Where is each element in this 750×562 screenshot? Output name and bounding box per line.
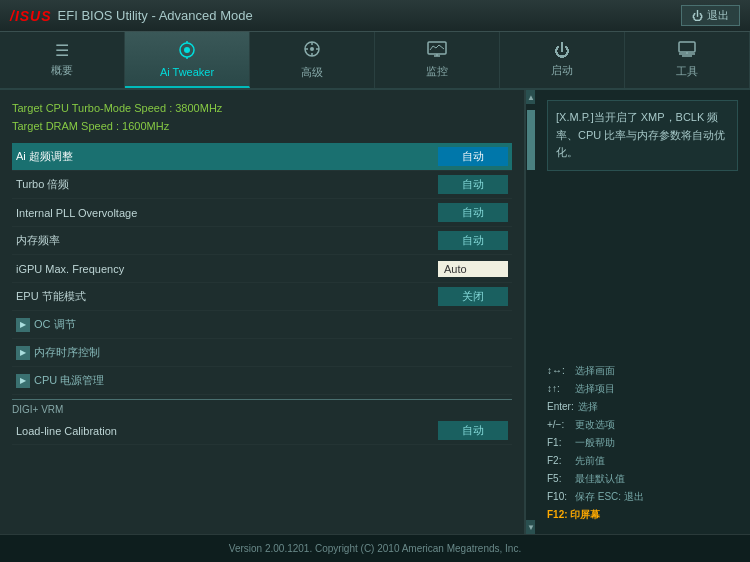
setting-row-turbo[interactable]: Turbo 倍频 自动 [12,171,512,199]
tab-ai-tweaker[interactable]: Ai Tweaker [125,32,250,88]
tab-boot[interactable]: ⏻ 启动 [500,32,625,88]
mem-freq-value-btn[interactable]: 自动 [438,231,508,250]
tab-tools[interactable]: 工具 [625,32,750,88]
header-title: EFI BIOS Utility - Advanced Mode [58,8,253,23]
ai-tweaker-icon [177,41,197,62]
nav-tabs: ☰ 概要 Ai Tweaker 高级 [0,32,750,90]
ai-value-btn[interactable]: 自动 [438,147,508,166]
tab-monitor[interactable]: 监控 [375,32,500,88]
hotkey-enter: Enter: 选择 [547,398,738,416]
hotkey-f5: F5: 最佳默认值 [547,470,738,488]
digivrm-section: DIGI+ VRM Load-line Calibration 自动 [12,399,512,445]
exit-icon: ⏻ [692,10,703,22]
right-panel: [X.M.P.]当开启了 XMP，BCLK 频率、CPU 比率与内存参数将自动优… [535,90,750,534]
svg-point-1 [184,47,190,53]
hotkey-f2: F2: 先前值 [547,452,738,470]
hotkey-arrows-item: ↕↑: 选择项目 [547,380,738,398]
hotkey-f10: F10: 保存 ESC: 退出 [547,488,738,506]
epu-value-btn[interactable]: 关闭 [438,287,508,306]
setting-row-pll[interactable]: Internal PLL Overvoltage 自动 [12,199,512,227]
tab-overview[interactable]: ☰ 概要 [0,32,125,88]
scroll-thumb[interactable] [527,110,535,170]
exit-button[interactable]: ⏻ 退出 [681,5,740,26]
pll-value-btn[interactable]: 自动 [438,203,508,222]
hotkey-f1: F1: 一般帮助 [547,434,738,452]
main-content: Target CPU Turbo-Mode Speed : 3800MHz Ta… [0,90,750,534]
asus-logo: /ISUS [10,8,52,24]
monitor-icon [427,41,447,60]
info-box: [X.M.P.]当开启了 XMP，BCLK 频率、CPU 比率与内存参数将自动优… [547,100,738,171]
expand-mem-icon: ▶ [16,346,30,360]
hotkey-plusminus: +/−: 更改选项 [547,416,738,434]
tools-icon [678,41,696,60]
hotkey-arrows-screen: ↕↔: 选择画面 [547,362,738,380]
info-text: Target CPU Turbo-Mode Speed : 3800MHz Ta… [12,100,512,135]
setting-row-igpu[interactable]: iGPU Max. Frequency Auto [12,255,512,283]
scroll-up-arrow[interactable]: ▲ [526,90,535,104]
tab-advanced[interactable]: 高级 [250,32,375,88]
section-cpu-pwr[interactable]: ▶ CPU 电源管理 [12,367,512,395]
left-panel-container: Target CPU Turbo-Mode Speed : 3800MHz Ta… [0,90,535,534]
left-panel: Target CPU Turbo-Mode Speed : 3800MHz Ta… [0,90,525,534]
setting-row-llc[interactable]: Load-line Calibration 自动 [12,417,512,445]
section-mem[interactable]: ▶ 内存时序控制 [12,339,512,367]
turbo-value-btn[interactable]: 自动 [438,175,508,194]
hotkeys-list: ↕↔: 选择画面 ↕↑: 选择项目 Enter: 选择 +/−: 更改选项 F1… [547,362,738,524]
svg-rect-13 [679,42,695,52]
expand-oc-icon: ▶ [16,318,30,332]
hotkey-f12: F12: 印屏幕 [547,506,738,524]
setting-row-ai[interactable]: Ai 超频调整 自动 [12,143,512,171]
settings-table: Ai 超频调整 自动 Turbo 倍频 自动 Internal PLL Over… [12,143,512,445]
setting-row-epu[interactable]: EPU 节能模式 关闭 [12,283,512,311]
svg-point-5 [310,47,314,51]
igpu-value-btn[interactable]: Auto [438,261,508,277]
advanced-icon [303,40,321,61]
boot-icon: ⏻ [554,43,570,59]
expand-cpu-pwr-icon: ▶ [16,374,30,388]
scroll-down-arrow[interactable]: ▼ [526,520,535,534]
scrollbar: ▲ ▼ [525,90,535,534]
footer: Version 2.00.1201. Copyright (C) 2010 Am… [0,534,750,562]
header: /ISUS EFI BIOS Utility - Advanced Mode ⏻… [0,0,750,32]
section-oc[interactable]: ▶ OC 调节 [12,311,512,339]
llc-value-btn[interactable]: 自动 [438,421,508,440]
overview-icon: ☰ [55,43,69,59]
setting-row-mem-freq[interactable]: 内存频率 自动 [12,227,512,255]
